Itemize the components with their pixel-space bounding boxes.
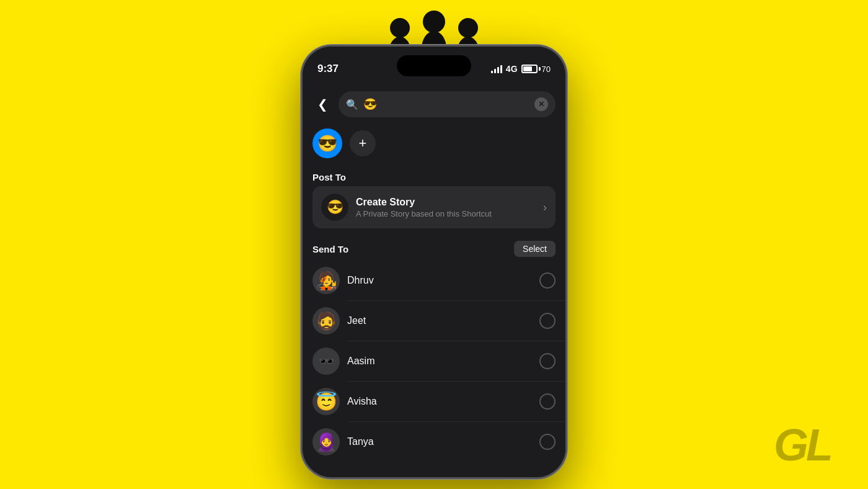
selected-contacts-row: 😎 + — [303, 123, 565, 167]
contact-avatar-tanya: 🧕 — [312, 428, 340, 455]
back-button[interactable]: ❮ — [312, 94, 332, 114]
signal-bars — [491, 65, 502, 73]
phone-content: ❮ 🔍 😎 ✕ 😎 + Post To 😎 Create Story A Pri… — [303, 83, 565, 477]
signal-bar-3 — [497, 67, 499, 73]
contact-avatar-avisha: 😇 — [312, 388, 340, 415]
story-chevron-icon: › — [543, 201, 547, 214]
create-story-card[interactable]: 😎 Create Story A Private Story based on … — [312, 186, 556, 228]
signal-bar-2 — [494, 69, 496, 73]
contact-avatar-jeet: 🧔 — [312, 307, 340, 334]
contact-item-aasim[interactable]: 🕶️ Aasim — [303, 341, 565, 381]
contact-radio-jeet[interactable] — [539, 313, 556, 329]
back-icon: ❮ — [317, 97, 328, 112]
add-contact-button[interactable]: + — [350, 130, 376, 156]
contact-name-jeet: Jeet — [347, 315, 532, 326]
search-clear-button[interactable]: ✕ — [534, 97, 548, 111]
signal-bar-4 — [500, 65, 502, 73]
contact-radio-avisha[interactable] — [539, 393, 556, 410]
dynamic-island: ● — [397, 55, 471, 76]
contact-radio-aasim[interactable] — [539, 353, 556, 369]
status-time: 9:37 — [317, 63, 339, 75]
battery: 70 — [521, 65, 551, 74]
story-subtitle: A Private Story based on this Shortcut — [356, 209, 536, 218]
search-icon: 🔍 — [346, 99, 358, 110]
battery-body — [521, 65, 538, 73]
contact-avatar-aasim: 🕶️ — [312, 348, 340, 375]
send-to-label: Send To — [312, 244, 348, 254]
contact-name-avisha: Avisha — [347, 396, 532, 407]
contact-radio-tanya[interactable] — [539, 434, 556, 450]
network-label: 4G — [506, 64, 518, 74]
send-to-header: Send To Select — [303, 233, 565, 261]
contact-name-dhruv: Dhruv — [347, 275, 532, 286]
search-bar[interactable]: 🔍 😎 ✕ — [339, 91, 556, 117]
contact-name-aasim: Aasim — [347, 356, 532, 367]
contact-item-avisha[interactable]: 😇 Avisha — [303, 382, 565, 421]
contact-avatar-dhruv: 🧑‍🎤 — [312, 267, 340, 294]
story-emoji-icon: 😎 — [327, 199, 343, 215]
svg-point-12 — [458, 18, 478, 38]
story-emoji: 😎 — [321, 194, 348, 221]
svg-point-0 — [390, 18, 410, 38]
selected-contact-avatar[interactable]: 😎 — [312, 128, 342, 158]
search-area: ❮ 🔍 😎 ✕ — [303, 83, 565, 123]
search-filter-emoji: 😎 — [363, 97, 377, 111]
status-right: 4G 70 — [491, 64, 551, 74]
battery-fill — [523, 66, 532, 71]
contact-item-jeet[interactable]: 🧔 Jeet — [303, 301, 565, 341]
dynamic-island-icon: ● — [431, 60, 438, 73]
battery-tip — [539, 67, 541, 71]
select-button[interactable]: Select — [514, 241, 556, 257]
signal-bar-1 — [491, 71, 493, 73]
contact-radio-dhruv[interactable] — [539, 272, 556, 289]
svg-point-6 — [423, 11, 445, 33]
gt-logo: GL — [774, 419, 831, 470]
contact-item-dhruv[interactable]: 🧑‍🎤 Dhruv — [303, 261, 565, 300]
phone-frame: ● 9:37 4G 70 ❮ — [301, 45, 567, 479]
post-to-label: Post To — [303, 167, 565, 186]
contact-item-tanya[interactable]: 🧕 Tanya — [303, 422, 565, 462]
story-title: Create Story — [356, 197, 536, 208]
story-text-block: Create Story A Private Story based on th… — [356, 197, 536, 218]
contact-name-tanya: Tanya — [347, 436, 532, 447]
battery-percent: 70 — [542, 65, 551, 74]
